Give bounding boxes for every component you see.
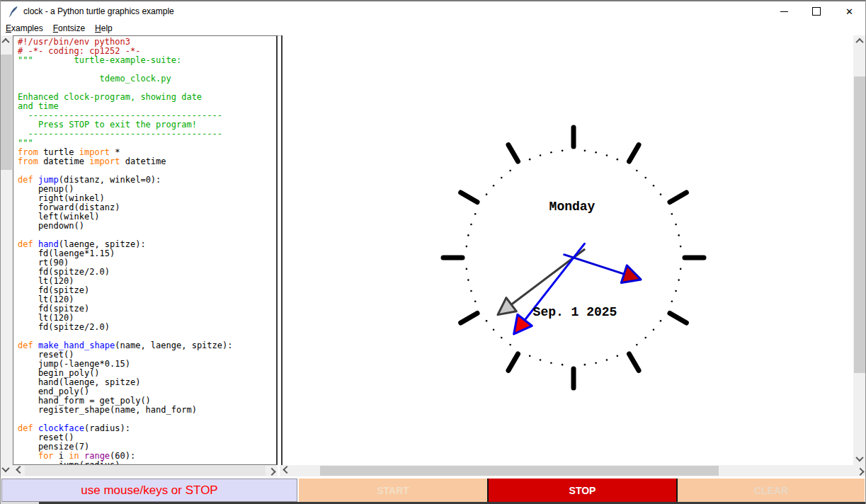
clock-hour-mark bbox=[670, 193, 686, 202]
clock-minute-dot bbox=[466, 268, 468, 270]
stop-button[interactable]: STOP bbox=[487, 479, 678, 502]
canvas-hscroll-thumb[interactable] bbox=[320, 466, 719, 476]
clock-minute-dot bbox=[470, 290, 472, 292]
clock-minute-dot bbox=[562, 364, 564, 366]
clock-minute-dot bbox=[644, 177, 646, 179]
clock-minute-dot bbox=[467, 279, 469, 281]
clock-minute-dot bbox=[493, 185, 495, 187]
clock-minute-dot bbox=[470, 224, 472, 226]
clock-minute-dot bbox=[675, 290, 677, 292]
maximize-icon bbox=[812, 7, 821, 16]
status-bar: use mouse/keys or STOP START STOP CLEAR bbox=[0, 479, 866, 502]
status-message: use mouse/keys or STOP bbox=[1, 479, 297, 502]
clock-minute-dot bbox=[486, 320, 488, 322]
clock-drawing: MondaySep. 1 2025 bbox=[283, 35, 853, 465]
clock-hour-mark bbox=[461, 314, 477, 323]
clock-hand-hour bbox=[564, 255, 625, 275]
canvas-horizontal-scrollbar[interactable] bbox=[280, 465, 866, 476]
code-line: pendown() bbox=[18, 222, 276, 231]
clock-minute-dot bbox=[550, 151, 552, 154]
clock-minute-dot bbox=[671, 213, 673, 215]
maximize-button[interactable] bbox=[800, 1, 833, 21]
minimize-button[interactable] bbox=[768, 1, 800, 21]
code-line: fd(spitze/2.0) bbox=[18, 323, 276, 332]
clock-minute-dot bbox=[474, 213, 477, 215]
clock-hour-mark bbox=[508, 145, 518, 161]
chevron-up-icon bbox=[855, 38, 863, 46]
title-bar[interactable]: clock - a Python turtle graphics example… bbox=[0, 1, 866, 21]
clock-minute-dot bbox=[550, 362, 552, 364]
clock-minute-dot bbox=[540, 154, 542, 156]
menu-bar: ExamplesFontsizeHelp bbox=[0, 21, 866, 35]
code-line: tdemo_clock.py bbox=[18, 74, 276, 84]
scroll-down-arrow-icon[interactable] bbox=[854, 453, 865, 464]
clock-minute-dot bbox=[617, 159, 619, 161]
scroll-left-arrow-icon[interactable] bbox=[14, 465, 25, 476]
clock-minute-dot bbox=[606, 359, 608, 361]
clock-minute-dot bbox=[678, 234, 680, 236]
clock-minute-dot bbox=[636, 344, 638, 346]
clock-hour-mark bbox=[670, 314, 686, 323]
clock-hour-mark bbox=[629, 354, 639, 370]
start-button[interactable]: START bbox=[299, 479, 487, 502]
clear-button[interactable]: CLEAR bbox=[678, 479, 865, 502]
scroll-left-arrow-icon[interactable] bbox=[281, 465, 292, 476]
close-icon: ✕ bbox=[845, 7, 853, 16]
clock-minute-dot bbox=[595, 151, 597, 154]
clock-date-label: Sep. 1 2025 bbox=[533, 305, 617, 319]
clock-minute-dot bbox=[509, 170, 511, 172]
app-window: clock - a Python turtle graphics example… bbox=[0, 0, 866, 504]
clock-minute-dot bbox=[486, 193, 488, 195]
clock-minute-dot bbox=[529, 159, 531, 161]
menu-item-fontsize[interactable]: Fontsize bbox=[48, 21, 90, 35]
clock-minute-dot bbox=[584, 364, 586, 366]
canvas-vertical-scrollbar[interactable] bbox=[853, 35, 866, 465]
clock-minute-dot bbox=[653, 328, 655, 331]
menu-item-help[interactable]: Help bbox=[90, 21, 118, 35]
chevron-right-icon bbox=[268, 468, 275, 476]
clock-hour-mark bbox=[508, 354, 518, 370]
clock-minute-dot bbox=[653, 185, 655, 187]
window-left-border bbox=[0, 0, 1, 504]
clock-minute-dot bbox=[660, 320, 662, 322]
clock-minute-dot bbox=[671, 301, 673, 303]
editor-hscroll-thumb[interactable] bbox=[25, 466, 266, 476]
chevron-down-icon bbox=[855, 454, 863, 462]
scroll-up-arrow-icon[interactable] bbox=[854, 35, 865, 47]
clock-minute-dot bbox=[606, 154, 608, 156]
clock-minute-dot bbox=[678, 279, 680, 281]
clock-minute-dot bbox=[595, 362, 597, 364]
editor-vertical-scrollbar[interactable] bbox=[0, 35, 13, 476]
code-editor[interactable]: #!/usr/bin/env python3# -*- coding: cp12… bbox=[13, 35, 278, 465]
chevron-down-icon bbox=[1, 464, 9, 472]
clock-minute-dot bbox=[474, 301, 477, 303]
code-line: -------------------------------------- bbox=[18, 130, 276, 139]
editor-vscroll-thumb[interactable] bbox=[1, 55, 12, 170]
clock-minute-dot bbox=[467, 234, 469, 236]
clock-hour-mark bbox=[461, 193, 477, 202]
menu-item-examples[interactable]: Examples bbox=[0, 21, 48, 35]
turtle-canvas[interactable]: MondaySep. 1 2025 bbox=[283, 35, 853, 465]
scroll-right-arrow-icon[interactable] bbox=[266, 465, 278, 476]
clock-minute-dot bbox=[617, 355, 619, 357]
minimize-icon bbox=[780, 11, 788, 12]
chevron-left-icon bbox=[283, 466, 290, 474]
clock-minute-dot bbox=[675, 224, 677, 226]
editor-horizontal-scrollbar[interactable] bbox=[13, 465, 278, 476]
clock-minute-dot bbox=[509, 344, 511, 346]
clock-minute-dot bbox=[501, 177, 503, 179]
clock-hand-tip-minute bbox=[514, 314, 532, 334]
scroll-up-arrow-icon[interactable] bbox=[0, 35, 11, 47]
scroll-right-arrow-icon[interactable] bbox=[855, 465, 866, 476]
canvas-vscroll-thumb[interactable] bbox=[854, 76, 865, 373]
clock-minute-dot bbox=[501, 337, 503, 339]
clock-day-label: Monday bbox=[549, 200, 596, 214]
scroll-down-arrow-icon[interactable] bbox=[0, 464, 11, 475]
clock-minute-dot bbox=[466, 246, 468, 248]
clock-minute-dot bbox=[660, 193, 662, 195]
code-line: register_shape(name, hand_form) bbox=[18, 406, 276, 415]
chevron-up-icon bbox=[1, 38, 9, 46]
close-button[interactable]: ✕ bbox=[833, 1, 866, 21]
clock-minute-dot bbox=[644, 337, 646, 339]
clock-hour-mark bbox=[629, 145, 639, 161]
